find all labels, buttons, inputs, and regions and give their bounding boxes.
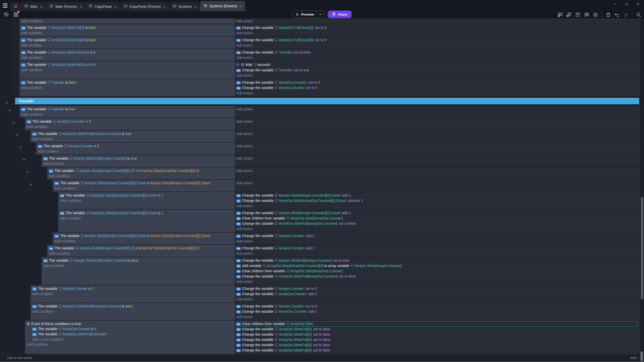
action-text[interactable]: VarClear children from variable ArrayOut… <box>236 216 638 221</box>
action-text[interactable]: VarChange the variable ArrayIn.Counter: … <box>236 286 638 291</box>
condition-text[interactable]: VarThe variable ArrayIn.Slots[ArrayIn.Co… <box>49 168 233 173</box>
action-text[interactable]: VarChange the variable ArrayOut.SlotsFul… <box>236 348 638 353</box>
add-action[interactable]: Add action <box>236 107 253 111</box>
condition-text[interactable]: VarThe variable ArrayOut.SlotsFull[4] is… <box>21 37 233 43</box>
add-action[interactable]: Add action <box>236 19 253 23</box>
add-comment-icon[interactable] <box>583 12 590 18</box>
condition-text[interactable]: VarThe variable ArrayOut.Counter ≥ 5 <box>27 326 233 332</box>
conditions-cell[interactable]: VarThe variable ArrayIn.Slots[ArrayIn.Co… <box>53 180 235 192</box>
add-more-icon[interactable] <box>592 12 599 18</box>
condition-text[interactable]: VarThe variable ArrayOut.SlotsFullCount … <box>21 62 233 67</box>
action-text[interactable]: VarChange the variable ArrayIn.Counter: … <box>236 246 638 251</box>
add-action[interactable]: Add action <box>236 144 253 148</box>
tab-copypaste[interactable]: CopyPaste× <box>86 2 120 11</box>
condition-text[interactable]: VarThe variable ArrayIn.Counter ≥ 5 <box>32 286 233 291</box>
scrollbar-thumb-bottom[interactable] <box>640 351 643 361</box>
actions-cell[interactable]: VarChange the variable ArrayIn.Counter: … <box>235 285 640 302</box>
actions-cell[interactable]: VarChange the variable ArrayIn.Counter: … <box>235 303 640 320</box>
add-condition[interactable]: Add condition <box>54 239 76 243</box>
condition-text[interactable]: VarThe variable ArrayIn.SlotsFull[ArrayI… <box>43 258 233 263</box>
add-action[interactable]: Add action <box>236 132 253 136</box>
add-condition[interactable]: Add condition <box>21 43 43 47</box>
actions-cell[interactable]: Add action <box>235 167 640 179</box>
action-text[interactable]: VarChange the variable ArrayOut.SlotsFul… <box>236 332 638 337</box>
conditions-cell[interactable]: VarThe variable ArrayIn.Slots[ArrayIn.Co… <box>47 167 235 179</box>
condition-text[interactable]: VarThe variable ArrayOut.Slots[ArrayOut.… <box>60 193 233 198</box>
action-text[interactable]: VarChange the variable ArrayOut.SlotsFul… <box>236 327 638 332</box>
actions-cell[interactable]: Add action <box>235 143 640 155</box>
add-condition[interactable]: Add condition <box>21 31 43 35</box>
actions-cell[interactable]: VarChange the variable ArrayOut.FullCoun… <box>235 24 640 36</box>
add-action[interactable]: Add action <box>236 156 253 160</box>
add-condition[interactable]: Add condition <box>27 342 48 346</box>
add-condition[interactable]: Add condition <box>27 125 48 129</box>
condition-text[interactable]: VarThe variable Transfer is false <box>21 80 233 85</box>
tab-systems[interactable]: Systems× <box>169 2 200 11</box>
add-condition[interactable]: Add condition <box>21 19 43 23</box>
add-action[interactable]: Add action <box>236 227 253 231</box>
condition-text[interactable]: VarThe variable ArrayOut.SlotsFullCount … <box>27 332 233 337</box>
add-button[interactable]: Add... <box>630 356 639 360</box>
actions-cell[interactable]: Add action <box>235 155 640 167</box>
condition-text[interactable]: VarThe variable Transfer is true <box>21 107 233 112</box>
conditions-cell[interactable]: VarThe variable ArrayIn.Slots[ArrayIn.Co… <box>47 245 235 257</box>
conditions-cell[interactable]: VarThe variable Transfer is trueAdd cond… <box>19 106 235 118</box>
actions-cell[interactable]: VarChange the variable ArrayOut.Counter:… <box>235 79 640 96</box>
collapse-chevron-icon[interactable] <box>30 182 32 184</box>
add-condition[interactable]: Add condition <box>32 309 54 313</box>
action-text[interactable]: VarChange the variable ArrayIn.Counter: … <box>236 85 638 90</box>
actions-cell[interactable]: Add action <box>235 106 640 118</box>
add-condition[interactable]: Add condition <box>32 137 54 141</box>
add-condition[interactable]: Add condition <box>21 68 43 72</box>
add-action[interactable]: Add action <box>236 297 253 301</box>
add-sub-event-icon[interactable] <box>566 12 572 18</box>
action-text[interactable]: VarChange the variable Transfer: set to … <box>236 68 638 73</box>
window-minimize-icon[interactable] <box>611 1 619 8</box>
condition-text[interactable]: VarThe variable ArrayIn.Slots[ArrayIn.Co… <box>49 246 233 251</box>
collapse-chevron-icon[interactable] <box>26 169 29 171</box>
add-event-icon[interactable] <box>557 12 564 18</box>
add-condition[interactable]: Add condition <box>21 112 43 116</box>
add-action[interactable]: Add action <box>236 251 253 255</box>
actions-cell[interactable]: Add action <box>235 18 640 24</box>
add-action[interactable]: Add action <box>236 315 253 319</box>
action-text[interactable]: VarChange the variable ArrayOut.FullCoun… <box>236 25 638 30</box>
add-action[interactable]: Add action <box>236 204 253 208</box>
search-icon[interactable] <box>635 12 642 18</box>
condition-text[interactable]: VarThe variable ArrayOut.Counter < 5 <box>27 119 233 124</box>
action-text[interactable]: VarChange the variable ArrayOut.SlotsFul… <box>236 274 638 279</box>
add-a-sub-condition[interactable]: Add a sub-condition <box>32 337 63 341</box>
preview-options-chevron-icon[interactable] <box>317 13 325 16</box>
actions-cell[interactable]: VarChange the variable ArrayOut.FullCoun… <box>235 37 640 49</box>
conditions-cell[interactable]: VarThe variable ArrayOut.Slots[ArrayOut.… <box>58 210 235 232</box>
action-text[interactable]: VarChange the variable ArrayOut.Counter:… <box>236 309 638 314</box>
add-action[interactable]: Add action <box>236 31 253 35</box>
action-text[interactable]: VarChange the variable ArrayOut.Counter:… <box>236 80 638 85</box>
condition-text[interactable]: VarThe variable ArrayOut.Slots[ArrayOut.… <box>60 210 233 216</box>
tab-home[interactable] <box>10 2 21 11</box>
window-close-icon[interactable] <box>634 1 642 8</box>
action-text[interactable]: VarChange the variable ArrayIn.SlotsFull… <box>236 258 638 263</box>
add-action[interactable]: Add action <box>236 169 253 173</box>
conditions-cell[interactable]: If one of these conditions is true:VarTh… <box>25 321 235 354</box>
actions-cell[interactable]: VarChange the variable ArrayIn.Slots[Arr… <box>235 192 640 209</box>
close-tab-icon[interactable]: × <box>40 5 43 9</box>
action-text[interactable]: Wait .1 seconds <box>236 62 638 68</box>
collapse-chevron-icon[interactable] <box>16 132 18 134</box>
trash-icon[interactable] <box>605 12 612 18</box>
actions-cell[interactable]: Add action <box>235 180 640 192</box>
condition-text[interactable]: VarThe variable ArrayIn.Counter < 5 <box>38 144 233 149</box>
add-action[interactable]: Add action <box>236 280 253 284</box>
action-text[interactable]: VarChange the variable ArrayOut.Slots[Ar… <box>236 198 638 203</box>
history-icon[interactable] <box>3 11 10 18</box>
undo-icon[interactable] <box>614 12 620 18</box>
conditions-cell[interactable]: VarThe variable ArrayIn.Counter < 5Add c… <box>36 143 235 155</box>
add-action[interactable]: Add action <box>236 43 253 47</box>
conditions-cell[interactable]: Add condition <box>19 18 235 24</box>
action-text[interactable]: VarChange the variable ArrayOut.Counter:… <box>236 291 638 297</box>
add-condition[interactable]: Add condition <box>21 56 43 60</box>
conditions-cell[interactable]: VarThe variable ArrayOut.Slots[ArrayOut.… <box>58 192 235 209</box>
actions-cell[interactable]: Wait .1 secondsVarChange the variable Tr… <box>235 61 640 79</box>
add-condition[interactable]: Add condition <box>49 174 70 178</box>
add-condition[interactable]: Add condition <box>60 199 81 203</box>
